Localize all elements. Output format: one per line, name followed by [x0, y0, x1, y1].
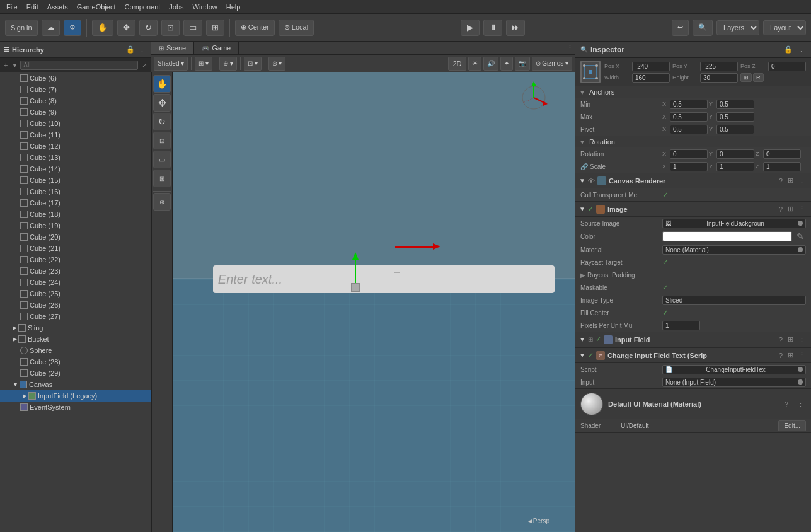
scene-viewport[interactable]: Enter text... [173, 72, 575, 532]
change-script-header[interactable]: ▼ ✓ # Change Input Field Text (Scrip ? ⊞… [575, 348, 811, 363]
menu-window[interactable]: Window [189, 2, 221, 12]
input-ref-dot[interactable] [798, 379, 803, 385]
hierarchy-item[interactable]: Cube (25) [0, 288, 151, 299]
hierarchy-item[interactable]: Cube (11) [0, 129, 151, 141]
menu-jobs[interactable]: Jobs [165, 2, 187, 12]
anchor-max-y[interactable] [716, 112, 754, 122]
tool-rotate[interactable]: ↻ [153, 113, 171, 130]
undo-button[interactable]: ↩ [672, 20, 689, 36]
hierarchy-search-input[interactable] [20, 61, 138, 70]
rect-tool[interactable]: ▭ [183, 20, 202, 36]
source-image-field[interactable]: 🖼 InputFieldBackgroun [662, 219, 806, 228]
R-button[interactable]: R [753, 73, 764, 82]
canvas-renderer-settings[interactable]: ⊞ [786, 176, 795, 185]
game-tab[interactable]: 🎮 Game [194, 42, 239, 54]
scene-shading-button[interactable]: Shaded ▾ [154, 57, 188, 71]
pixels-per-unit-input[interactable] [662, 321, 700, 330]
anchor-min-y[interactable] [716, 100, 754, 109]
rotation-y[interactable] [716, 149, 754, 159]
cloud-button[interactable]: ☁ [42, 20, 60, 36]
tool-move[interactable]: ✥ [153, 94, 171, 112]
hierarchy-item-sphere[interactable]: Sphere [0, 345, 151, 356]
canvas-renderer-more[interactable]: ⋮ [797, 176, 807, 185]
input-field-ref[interactable]: None (Input Field) [662, 378, 806, 387]
step-button[interactable]: ⏭ [506, 20, 525, 36]
edit-shader-button[interactable]: Edit... [778, 420, 806, 431]
hierarchy-more[interactable]: ⋮ [137, 44, 147, 55]
hierarchy-item[interactable]: Cube (8) [0, 95, 151, 107]
menu-assets[interactable]: Assets [43, 2, 72, 12]
local-button[interactable]: ⊛ Local [279, 20, 314, 36]
hierarchy-item[interactable]: Cube (19) [0, 220, 151, 231]
input-field-settings[interactable]: ⊞ [786, 335, 795, 344]
hierarchy-item[interactable]: Cube (26) [0, 299, 151, 311]
scale-y[interactable] [716, 162, 754, 171]
hierarchy-item[interactable]: Cube (6) [0, 72, 151, 84]
2d-button[interactable]: 2D [448, 57, 466, 71]
hierarchy-item[interactable]: Cube (10) [0, 118, 151, 129]
change-script-settings[interactable]: ⊞ [786, 350, 795, 360]
hierarchy-item[interactable]: Cube (13) [0, 152, 151, 163]
anchors-header[interactable]: ▼ Anchors [575, 86, 811, 98]
hand-tool[interactable]: ✋ [92, 20, 113, 36]
anchor-min-x[interactable] [670, 100, 708, 109]
hierarchy-item-canvas[interactable]: ▼ Canvas [0, 379, 151, 390]
canvas-renderer-header[interactable]: ▼ 👁 Canvas Renderer ? ⊞ ⋮ [575, 173, 811, 188]
pivot-x[interactable] [670, 125, 708, 134]
image-more[interactable]: ⋮ [797, 204, 807, 214]
material-question[interactable]: ? [783, 400, 790, 408]
hierarchy-item[interactable]: Cube (14) [0, 163, 151, 175]
hierarchy-add-button[interactable]: + [3, 60, 9, 70]
posy-input[interactable] [700, 62, 738, 71]
posz-input[interactable] [768, 62, 806, 71]
menu-help[interactable]: Help [222, 2, 244, 12]
script-field[interactable]: 📄 ChangeInputFieldTex [662, 365, 806, 374]
hierarchy-item[interactable]: Cube (7) [0, 84, 151, 95]
tool-hand[interactable]: ✋ [153, 75, 171, 93]
rotation-header[interactable]: ▼ Rotation [575, 136, 811, 147]
menu-gameobject[interactable]: GameObject [73, 2, 120, 12]
scene-camera-button[interactable]: 📷 [515, 57, 530, 71]
pause-button[interactable]: ⏸ [483, 20, 502, 36]
pivot-button[interactable]: ⊕ Center [235, 20, 275, 36]
tool-rect[interactable]: ▭ [153, 151, 171, 168]
color-picker-button[interactable]: ✎ [795, 231, 806, 242]
hierarchy-item[interactable]: Cube (9) [0, 107, 151, 118]
material-field[interactable]: None (Material) [662, 245, 806, 255]
layout-select[interactable]: Layout [763, 20, 806, 35]
play-button[interactable]: ▶ [461, 20, 480, 36]
scene-tab[interactable]: ⊞ Scene [151, 42, 194, 54]
scene-grid-button[interactable]: ⊞ ▾ [195, 57, 212, 71]
hierarchy-search-expand[interactable]: ↗ [141, 61, 148, 70]
move-tool[interactable]: ✥ [117, 20, 135, 36]
hierarchy-item-eventsystem[interactable]: EventSystem [0, 402, 151, 413]
pivot-y[interactable] [716, 125, 754, 134]
inspector-more-button[interactable]: ⋮ [797, 44, 806, 55]
scene-more-button[interactable]: ⋮ [565, 43, 575, 54]
posx-input[interactable] [632, 62, 670, 71]
hierarchy-item[interactable]: Cube (12) [0, 141, 151, 152]
scene-overlay-button[interactable]: ⊡ ▾ [244, 57, 262, 71]
hierarchy-item[interactable]: Cube (23) [0, 265, 151, 277]
height-input[interactable] [700, 73, 738, 83]
material-ref-dot[interactable] [798, 247, 803, 252]
hierarchy-item[interactable]: Cube (15) [0, 175, 151, 186]
scale-z[interactable] [763, 162, 801, 171]
input-field-question[interactable]: ? [777, 335, 785, 344]
scene-gizmos-button[interactable]: ⊛ ▾ [268, 57, 286, 71]
anchor-max-x[interactable] [670, 112, 708, 122]
hierarchy-item[interactable]: Cube (24) [0, 277, 151, 288]
hierarchy-item-sling[interactable]: ▶ Sling [0, 322, 151, 333]
width-input[interactable] [632, 73, 670, 83]
change-script-question[interactable]: ? [777, 350, 785, 360]
image-type-dropdown[interactable]: Sliced [662, 296, 806, 305]
input-field-header[interactable]: ▼ ⊞ ✓ Input Field ? ⊞ ⋮ [575, 332, 811, 347]
search-button[interactable]: 🔍 [693, 20, 713, 36]
tool-custom[interactable]: ⊛ [153, 193, 171, 211]
scene-light-button[interactable]: ☀ [468, 57, 481, 71]
signin-button[interactable]: Sign in [5, 20, 38, 36]
hierarchy-item[interactable]: Cube (20) [0, 231, 151, 243]
hierarchy-item[interactable]: Cube (29) [0, 367, 151, 379]
layers-select[interactable]: Layers [716, 20, 759, 35]
material-more[interactable]: ⋮ [795, 400, 806, 409]
